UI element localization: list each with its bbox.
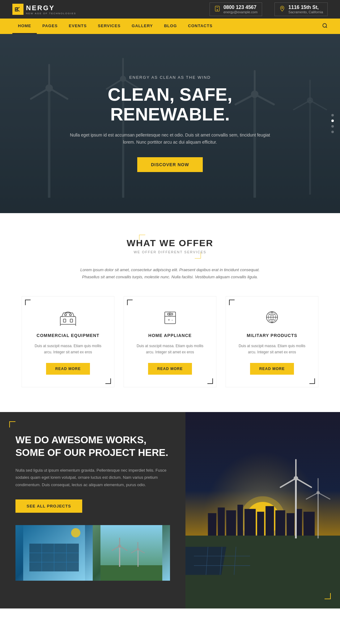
dark-right-corner-decoration (325, 593, 331, 599)
svg-rect-77 (237, 505, 243, 536)
dark-description: Nulla sed ligula ut ipsum elementum grav… (15, 467, 170, 488)
nav-link-contacts[interactable]: CONTACTS (182, 19, 218, 33)
svg-rect-78 (244, 509, 256, 535)
svg-point-57 (71, 528, 80, 537)
card-military-btn[interactable]: Read More (250, 363, 294, 375)
svg-rect-36 (70, 319, 73, 322)
nav-link-gallery[interactable]: GALLERY (126, 19, 159, 33)
dark-section: WE DO AWESOME WORKS,SOME OF OUR PROJECT … (0, 412, 340, 608)
nav-item-pages[interactable]: PAGES (37, 19, 63, 34)
nav-item-contacts[interactable]: CONTACTS (182, 19, 218, 34)
hero-description: Nulla eget ipsum id est accumsan pellent… (65, 132, 275, 146)
dark-corner-decoration (9, 421, 15, 427)
location-icon (279, 6, 285, 13)
nav-item-services[interactable]: SERVICES (92, 19, 126, 34)
hero-subtitle: ENERGY AS CLEAN AS THE WIND (65, 75, 275, 80)
contact-address-item: 1116 15th St, Sacramento, California (274, 2, 328, 16)
card-commercial-btn[interactable]: Read More (46, 363, 90, 375)
svg-point-47 (171, 313, 173, 315)
card-appliance-title: HOME APPLIANCE (133, 333, 207, 338)
logo: E NERGY NEW AGE OF TECHNOLOGIES (12, 4, 76, 15)
svg-text:+: + (168, 318, 170, 322)
nav-link-home[interactable]: HOME (12, 19, 37, 34)
contact-items: 0800 123 4567 energy@example.com 1116 15… (210, 2, 328, 16)
card-appliance-btn[interactable]: Read More (148, 363, 192, 375)
discover-now-button[interactable]: Discover Now (137, 157, 202, 172)
logo-sub: NEW AGE OF TECHNOLOGIES (26, 12, 76, 15)
logo-icon: E (12, 4, 23, 15)
svg-rect-59 (100, 565, 162, 581)
svg-rect-84 (304, 511, 315, 535)
svg-rect-80 (266, 506, 274, 535)
svg-rect-75 (218, 507, 225, 536)
appliance-icon: + - (133, 309, 207, 327)
svg-point-9 (323, 23, 326, 27)
dark-right (185, 412, 340, 608)
offers-title: WHAT WE OFFER (19, 238, 321, 248)
military-icon (235, 309, 309, 327)
phone-icon (214, 6, 220, 13)
svg-rect-97 (317, 493, 319, 538)
dark-left: WE DO AWESOME WORKS,SOME OF OUR PROJECT … (0, 412, 185, 608)
nav-item-gallery[interactable]: GALLERY (126, 19, 159, 34)
svg-rect-79 (257, 511, 264, 535)
card-commercial-desc: Duis at suscipit massa. Etiam quis molli… (31, 343, 105, 356)
svg-rect-35 (63, 319, 66, 322)
dark-title: WE DO AWESOME WORKS,SOME OF OUR PROJECT … (15, 434, 170, 459)
scroll-dots (331, 114, 334, 133)
svg-rect-82 (287, 513, 294, 536)
city-address: Sacramento, California (288, 10, 323, 14)
svg-point-38 (70, 314, 71, 316)
svg-point-46 (168, 313, 169, 315)
project-thumb-wind[interactable] (93, 525, 170, 581)
card-appliance-desc: Duis at suscipit massa. Etiam quis molli… (133, 343, 207, 356)
offers-description: Lorem ipsum dolor sit amet, consectetur … (77, 266, 263, 281)
address-detail: 1116 15th St, Sacramento, California (288, 5, 323, 14)
scroll-dot-4[interactable] (331, 131, 334, 133)
scroll-dot-3[interactable] (331, 125, 334, 128)
nav-item-home[interactable]: HOME (12, 19, 37, 34)
contact-phone-item: 0800 123 4567 energy@example.com (210, 2, 262, 16)
phone-detail: 0800 123 4567 energy@example.com (223, 5, 257, 14)
svg-rect-65 (138, 550, 138, 567)
svg-rect-74 (208, 513, 216, 536)
svg-line-10 (326, 27, 327, 27)
nav-items: HOME PAGES EVENTS SERVICES GALLERY BLOG … (12, 19, 218, 34)
nav-link-blog[interactable]: BLOG (159, 19, 183, 33)
cards-row: COMMERCIAL EQUIPMENT Duis at suscipit ma… (19, 296, 321, 387)
project-thumb-solar[interactable] (15, 525, 93, 581)
see-all-projects-button[interactable]: See All Projects (15, 499, 82, 513)
project-thumbs (15, 525, 170, 581)
nav-link-events[interactable]: EVENTS (63, 19, 92, 33)
logo-name: NERGY (26, 4, 76, 12)
hero-section: ENERGY AS CLEAN AS THE WIND CLEAN, SAFE,… (0, 34, 340, 213)
offers-subtitle: WE OFFER DIFFERENT SERVICES (19, 250, 321, 254)
svg-rect-76 (226, 510, 236, 536)
section-title-wrap: WHAT WE OFFER WE OFFER DIFFERENT SERVICE… (19, 238, 321, 254)
scroll-dot-1[interactable] (331, 114, 334, 116)
svg-rect-92 (295, 479, 297, 538)
nav-item-blog[interactable]: BLOG (159, 19, 183, 34)
card-commercial-title: COMMERCIAL EQUIPMENT (31, 333, 105, 338)
hero-title: CLEAN, SAFE, RENEWABLE. (65, 85, 275, 124)
svg-point-7 (217, 10, 218, 11)
nav-link-services[interactable]: SERVICES (92, 19, 126, 33)
svg-point-37 (65, 314, 66, 316)
nav-item-events[interactable]: EVENTS (63, 19, 92, 34)
logo-text: NERGY NEW AGE OF TECHNOLOGIES (26, 4, 76, 15)
nav-link-pages[interactable]: PAGES (37, 19, 63, 33)
svg-point-8 (282, 7, 283, 8)
svg-rect-81 (275, 510, 285, 536)
card-military: MILITARY PRODUCTS Duis at suscipit massa… (226, 296, 318, 387)
svg-rect-34 (60, 317, 76, 324)
scroll-dot-2[interactable] (331, 120, 334, 122)
phone-number: 0800 123 4567 (223, 5, 257, 10)
search-icon[interactable] (322, 23, 328, 30)
street-address: 1116 15th St, (288, 5, 323, 10)
svg-rect-83 (296, 509, 302, 535)
svg-rect-60 (119, 547, 120, 567)
commercial-icon (31, 309, 105, 327)
card-appliance: + - HOME APPLIANCE Duis at suscipit mass… (124, 296, 216, 387)
email-address: energy@example.com (223, 10, 257, 14)
hero-content: ENERGY AS CLEAN AS THE WIND CLEAN, SAFE,… (65, 75, 275, 172)
